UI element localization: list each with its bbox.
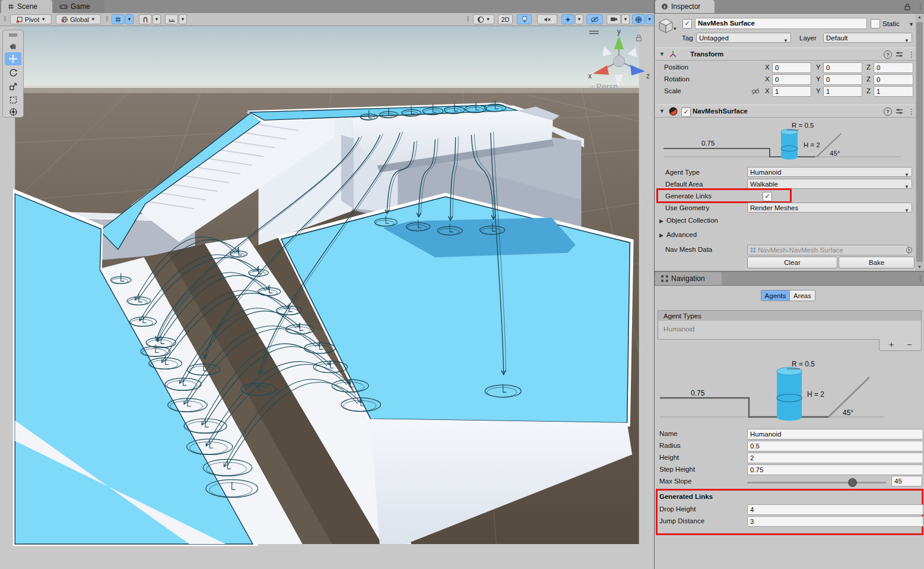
rotation-y-field[interactable]: 0	[823, 74, 862, 85]
gizmos-dropdown[interactable]: ▼	[646, 14, 653, 24]
toolbar-drag-handle3[interactable]: ‖	[466, 15, 469, 23]
areas-tab[interactable]: Areas	[789, 290, 815, 301]
navmeshsurface-help-icon[interactable]: ?	[884, 108, 892, 116]
view-hand-tool[interactable]	[5, 39, 21, 52]
gameobject-name-field[interactable]: NavMesh Surface	[695, 18, 867, 29]
use-geometry-dropdown[interactable]: Render Meshes▼	[747, 203, 912, 213]
effects-dropdown[interactable]: ▼	[575, 14, 583, 24]
position-x-field[interactable]: 0	[772, 62, 811, 73]
agent-type-dropdown[interactable]: Humanoid▼	[747, 167, 912, 177]
scale-link-broken-icon[interactable]	[751, 88, 760, 95]
shading-mode-button[interactable]: ▼	[473, 14, 494, 24]
remove-agent-button[interactable]: −	[902, 340, 916, 349]
scene-viewport[interactable]	[0, 26, 654, 569]
2d-toggle[interactable]: 2D	[498, 14, 513, 24]
scale-tool[interactable]	[5, 80, 21, 93]
scale-y-field[interactable]: 1	[823, 86, 862, 97]
snap-increment-button[interactable]	[165, 14, 178, 24]
height-field[interactable]: 2	[747, 453, 923, 463]
tab-inspector[interactable]: Inspector	[655, 0, 715, 13]
name-field[interactable]: Humanoid	[747, 429, 923, 440]
pivot-button[interactable]: Pivot▼	[10, 14, 52, 24]
transform-presets-icon[interactable]	[896, 50, 903, 58]
position-y-field[interactable]: 0	[823, 62, 862, 73]
toolbar-drag-handle[interactable]: ‖	[4, 15, 7, 23]
gizmo-z-cone[interactable]	[630, 65, 645, 75]
default-area-dropdown[interactable]: Walkable▼	[747, 179, 912, 189]
step-height-field[interactable]: 0.75	[747, 464, 923, 475]
grid-visibility-toggle[interactable]	[112, 14, 125, 24]
navmeshsurface-foldout[interactable]: ▼	[659, 108, 665, 114]
navmeshsurface-menu-icon[interactable]: ⋮	[908, 108, 915, 116]
tab-game[interactable]: Game	[53, 0, 104, 13]
add-agent-button[interactable]: +	[884, 340, 898, 349]
gizmo-lock-icon[interactable]	[635, 34, 643, 42]
agents-tab[interactable]: Agents	[761, 290, 789, 301]
rotation-x-field[interactable]: 0	[772, 74, 811, 85]
snap-increment-dropdown[interactable]: ▼	[179, 14, 187, 24]
transform-foldout[interactable]: ▼	[659, 51, 665, 57]
inspector-lock-icon[interactable]	[904, 3, 911, 11]
object-picker-icon[interactable]	[906, 246, 913, 254]
inspector-scroll-thumb[interactable]	[916, 22, 923, 262]
object-collection-foldout[interactable]: ▶	[659, 218, 663, 224]
radius-field[interactable]: 0.5	[747, 441, 923, 451]
gizmo-center[interactable]	[614, 56, 625, 67]
gizmo-y-cone[interactable]	[614, 36, 624, 49]
scale-x-field[interactable]: 1	[772, 86, 811, 97]
grid-options-dropdown[interactable]: ▼	[125, 14, 134, 24]
bake-button[interactable]: Bake	[839, 257, 915, 268]
scroll-up-icon[interactable]: ▲	[915, 14, 924, 20]
gizmos-toggle[interactable]	[632, 14, 645, 24]
transform-tool[interactable]	[5, 105, 21, 118]
gameobject-icon-caret[interactable]: ▾	[674, 26, 677, 31]
tools-handle-icon[interactable]	[8, 33, 18, 37]
camera-settings-button[interactable]	[607, 14, 621, 24]
gizmo-neg-cone-3[interactable]	[627, 48, 637, 57]
gizmo-menu-handle-icon[interactable]	[589, 30, 599, 35]
navmeshsurface-enabled-checkbox[interactable]: ✓	[681, 108, 691, 117]
camera-dropdown[interactable]: ▼	[621, 14, 630, 24]
advanced-foldout[interactable]: ▶	[659, 232, 663, 238]
toolbar-drag-handle2[interactable]: ‖	[106, 15, 109, 23]
inspector-scrollbar[interactable]: ▲ ▼	[915, 14, 924, 271]
gameobject-active-checkbox[interactable]: ✓	[682, 19, 692, 29]
rotate-tool[interactable]	[5, 66, 21, 79]
snap-options-dropdown[interactable]: ▼	[153, 14, 161, 24]
move-tool[interactable]	[5, 52, 21, 65]
snap-toggle[interactable]	[139, 14, 152, 24]
gizmo-x-cone[interactable]	[593, 65, 609, 75]
drop-height-field[interactable]: 4	[747, 504, 923, 515]
tab-navigation[interactable]: Navigation	[655, 272, 722, 285]
navigation-menu-icon[interactable]: ⋮	[917, 274, 924, 283]
max-slope-field[interactable]: 45	[891, 476, 922, 486]
layer-dropdown[interactable]: Default▼	[823, 33, 912, 43]
hidden-objects-toggle[interactable]	[586, 14, 603, 24]
gameobject-cube-icon[interactable]	[658, 17, 674, 34]
navmeshsurface-presets-icon[interactable]	[896, 108, 903, 115]
clear-button[interactable]: Clear	[747, 257, 837, 268]
agent-type-item-humanoid[interactable]: Humanoid	[663, 325, 694, 333]
jump-distance-field[interactable]: 3	[747, 516, 923, 527]
nav-mesh-data-field[interactable]: NavMesh-NavMesh Surface	[747, 245, 909, 255]
gizmo-neg-cone-1[interactable]	[602, 46, 612, 56]
scale-z-field[interactable]: 1	[874, 86, 913, 97]
max-slope-slider-handle[interactable]	[848, 478, 857, 487]
audio-toggle[interactable]	[537, 14, 557, 24]
scene-lighting-toggle[interactable]	[517, 14, 532, 24]
static-checkbox[interactable]	[871, 19, 880, 29]
rotation-z-field[interactable]: 0	[874, 74, 913, 85]
position-z-field[interactable]: 0	[874, 62, 913, 73]
max-slope-slider-track[interactable]	[747, 482, 886, 483]
tag-dropdown[interactable]: Untagged▼	[696, 33, 791, 43]
inspector-menu-icon[interactable]: ⋮	[917, 2, 924, 11]
tab-scene[interactable]: Scene	[1, 0, 52, 13]
perspective-label[interactable]: ‹ Persp	[591, 82, 648, 91]
global-button[interactable]: Global▼	[56, 14, 101, 24]
effects-toggle[interactable]	[561, 14, 574, 24]
scroll-down-icon[interactable]: ▼	[915, 264, 924, 270]
rect-tool[interactable]	[5, 93, 21, 106]
transform-menu-icon[interactable]: ⋮	[908, 50, 915, 59]
transform-help-icon[interactable]: ?	[884, 50, 892, 59]
static-caret-icon[interactable]: ▼	[909, 21, 914, 27]
